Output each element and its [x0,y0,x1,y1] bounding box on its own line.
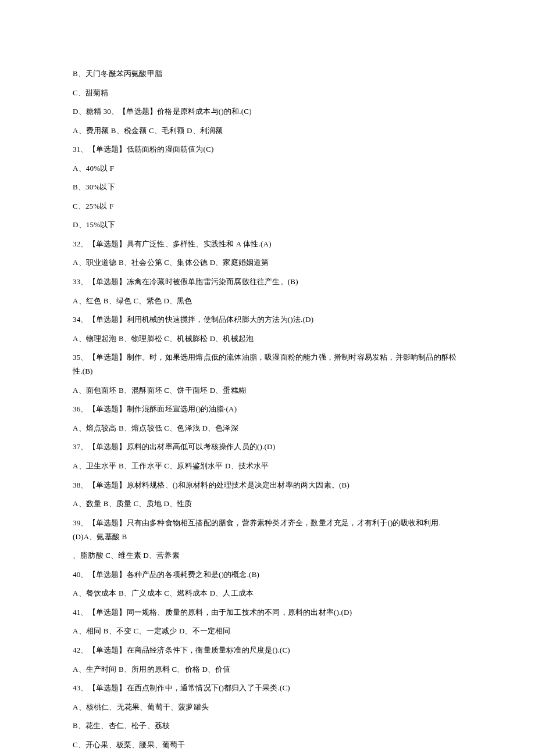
document-line: 、脂肪酸 C、维生素 D、营养素 [73,549,462,562]
document-line: A、熔点较高 B、熔点较低 C、色泽浅 D、色泽深 [73,421,462,435]
document-line: A、数量 B、质量 C、质地 D、性质 [73,497,462,511]
document-line: 31、【单选题】低筋面粉的湿面筋值为(C) [73,142,462,156]
document-line: C、开心果、板栗、腰果、葡萄干 [73,738,462,752]
document-line: 35、【单选题】制作。时，如果选用熔点低的流体油脂，吸湿面粉的能力强，擀制时容易… [73,350,462,378]
document-line: 39、【单选题】只有由多种食物相互搭配的膳食，营养素种类才齐全，数量才充足，才有… [73,516,462,544]
document-line: B、花生、杏仁、松子、荔枝 [73,719,462,733]
document-line: A、核桃仁、无花果、葡萄干、菠萝罐头 [73,700,462,714]
document-line: 38、【单选题】原材料规格、()和原材料的处理技术是决定出材率的两大因素。(B) [73,478,462,492]
document-line: A、餐饮成本 B、广义成本 C、燃料成本 D、人工成本 [73,586,462,600]
document-line: C、甜菊精 [73,86,462,100]
document-line: D、15%以下 [73,218,462,232]
document-line: A、职业道德 B、社会公第 C、集体公德 D、家庭婚姻道第 [73,256,462,270]
document-line: C、25%以 F [73,199,462,213]
document-line: A、生产时间 B、所用的原料 C、价格 D、价值 [73,662,462,676]
document-line: 36、【单选题】制作混酥面坯宣选用()的油脂·(A) [73,402,462,416]
document-line: A、物理起泡 B、物理膨松 C、机械膨松 D、机械起泡 [73,332,462,346]
document-line: 32、【单选题】具有广泛性、多样性、实践性和 A 体性.(A) [73,237,462,251]
document-line: A、卫生水平 B、工作水平 C、原料鉴别水平 D、技术水平 [73,459,462,473]
document-line: A、费用额 B、税金额 C、毛利额 D、利润额 [73,124,462,138]
document-line: 41、【单选题】同一规格、质量的原料，由于加工技术的不同，原料的出材率().(D… [73,605,462,619]
document-line: A、40%以 F [73,162,462,175]
document-line: A、相同 B、不变 C、一定减少 D、不一定相同 [73,624,462,638]
document-line: 34、【单选题】利用机械的快速搅拌，使制品体积膨大的方法为()法.(D) [73,313,462,327]
document-line: 43、【单选题】在西点制作中，通常情况下()都归入了干果类.(C) [73,681,462,695]
document-line: B、天门冬酰苯丙氨酸甲脂 [73,67,462,81]
document-line: 40、【单选题】各种产品的各项耗费之和是()的概念.(B) [73,568,462,582]
document-line: 33、【单选题】冻禽在冷藏时被假单胞雷污染而腐败往往产生。(B) [73,275,462,289]
document-line: A、面包面坯 B、混酥面坯 C、饼干面坯 D、蛋糕糊 [73,384,462,397]
document-line: B、30%以下 [73,180,462,194]
document-line: 37、【单选题】原料的出材率高低可以考核操作人员的().(D) [73,440,462,454]
document-line: D、糖精 30、【单选题】价格是原料成本与()的和.(C) [73,105,462,119]
document-line: 42、【单选题】在商品经济条件下，衡量质量标准的尺度是().(C) [73,643,462,657]
document-line: A、红色 B、绿色 C、紫色 D、黑色 [73,294,462,308]
